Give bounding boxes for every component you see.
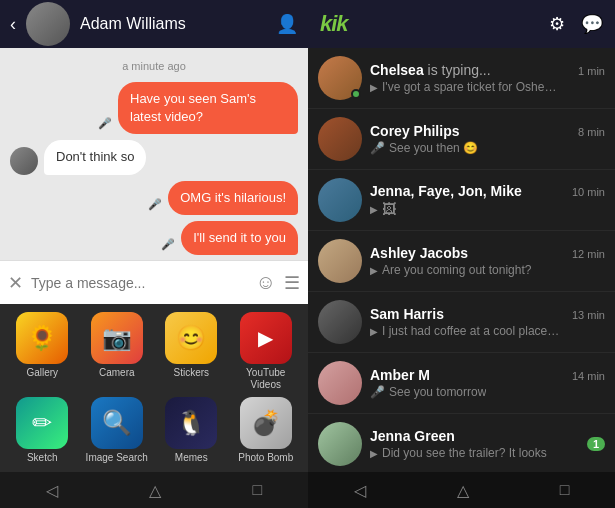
mic-icon: 🎤 <box>98 117 112 130</box>
message-bubble-outgoing: I'll send it to you <box>181 221 298 255</box>
header-icons: ⚙ 💬 <box>549 13 603 35</box>
conversation-chelsea[interactable]: Chelsea is typing... 1 min ▶ I've got a … <box>308 48 615 109</box>
conv-time: 1 min <box>578 65 605 77</box>
conv-name-row: Jenna, Faye, Jon, Mike 10 min <box>370 183 605 199</box>
chat-avatar <box>26 2 70 46</box>
jenna-green-avatar <box>318 422 362 466</box>
conv-time: 10 min <box>572 186 605 198</box>
conv-name: Jenna, Faye, Jon, Mike <box>370 183 522 199</box>
conv-name-row: Jenna Green <box>370 428 579 444</box>
home-nav-button[interactable]: △ <box>149 481 161 500</box>
app-memes-label: Memes <box>175 452 208 464</box>
avatar-image <box>318 361 362 405</box>
mic-icon: 🎤 <box>161 238 175 251</box>
conversation-corey[interactable]: Corey Philips 8 min 🎤 See you then 😊 <box>308 109 615 170</box>
conv-content: Chelsea is typing... 1 min ▶ I've got a … <box>370 62 605 94</box>
play-icon: ▶ <box>370 265 378 276</box>
conv-content: Jenna Green ▶ Did you see the trailer? I… <box>370 428 579 460</box>
conversation-sam[interactable]: Sam Harris 13 min ▶ I just had coffee at… <box>308 292 615 353</box>
conv-preview-text: See you then 😊 <box>389 141 478 155</box>
conversation-amber[interactable]: Amber M 14 min 🎤 See you tomorrow <box>308 353 615 414</box>
conv-content: Corey Philips 8 min 🎤 See you then 😊 <box>370 123 605 155</box>
app-memes[interactable]: 🐧 Memes <box>157 397 226 464</box>
amber-avatar <box>318 361 362 405</box>
app-photobomb-label: Photo Bomb <box>238 452 293 464</box>
app-photobomb[interactable]: 💣 Photo Bomb <box>232 397 301 464</box>
app-image-search[interactable]: 🔍 Image Search <box>83 397 152 464</box>
conv-time: 8 min <box>578 126 605 138</box>
image-preview-icon: 🖼 <box>382 201 396 217</box>
mic-icon: 🎤 <box>370 141 385 155</box>
conv-name-row: Amber M 14 min <box>370 367 605 383</box>
compose-icon[interactable]: 💬 <box>581 13 603 35</box>
avatar-image <box>318 300 362 344</box>
conv-content: Amber M 14 min 🎤 See you tomorrow <box>370 367 605 399</box>
conversation-jenna-green[interactable]: Jenna Green ▶ Did you see the trailer? I… <box>308 414 615 472</box>
sam-avatar <box>318 300 362 344</box>
conv-preview-text: I just had coffee at a cool place. You w… <box>382 324 562 338</box>
mic-icon: 🎤 <box>148 198 162 211</box>
kik-header: kik ⚙ 💬 <box>308 0 615 48</box>
kik-logo: kik <box>320 11 348 37</box>
message-row: 🎤 Have you seen Sam's latest video? <box>10 82 298 134</box>
image-search-icon: 🔍 <box>91 397 143 449</box>
app-stickers-label: Stickers <box>173 367 209 379</box>
conv-name-row: Sam Harris 13 min <box>370 306 605 322</box>
photobomb-icon: 💣 <box>240 397 292 449</box>
app-youtube[interactable]: ▶ YouTube Videos <box>232 312 301 391</box>
chat-messages-area: a minute ago 🎤 Have you seen Sam's lates… <box>0 48 308 260</box>
message-row: 🎤 I'll send it to you <box>10 221 298 255</box>
online-indicator <box>351 89 361 99</box>
left-panel: ‹ Adam Williams 👤 a minute ago 🎤 Have yo… <box>0 0 308 508</box>
conv-preview: 🎤 See you then 😊 <box>370 141 605 155</box>
profile-icon[interactable]: 👤 <box>276 13 298 35</box>
conv-preview-text: Did you see the trailer? It looks <box>382 446 547 460</box>
conv-content: Jenna, Faye, Jon, Mike 10 min ▶ 🖼 <box>370 183 605 217</box>
app-youtube-label: YouTube Videos <box>232 367 301 391</box>
ashley-avatar <box>318 239 362 283</box>
avatar-image <box>318 178 362 222</box>
conversation-group[interactable]: Jenna, Faye, Jon, Mike 10 min ▶ 🖼 <box>308 170 615 231</box>
conv-preview: 🎤 See you tomorrow <box>370 385 605 399</box>
app-gallery-label: Gallery <box>26 367 58 379</box>
app-camera-label: Camera <box>99 367 135 379</box>
attach-button[interactable]: ☰ <box>284 272 300 294</box>
back-nav-button[interactable]: ◁ <box>46 481 58 500</box>
recent-nav-button[interactable]: □ <box>560 481 570 499</box>
app-gallery[interactable]: 🌻 Gallery <box>8 312 77 391</box>
conv-time: 12 min <box>572 248 605 260</box>
right-nav-bar: ◁ △ □ <box>308 472 615 508</box>
avatar-image <box>318 117 362 161</box>
message-input[interactable] <box>31 275 248 291</box>
recent-nav-button[interactable]: □ <box>253 481 263 499</box>
app-sketch[interactable]: ✏ Sketch <box>8 397 77 464</box>
play-icon: ▶ <box>370 326 378 337</box>
settings-icon[interactable]: ⚙ <box>549 13 565 35</box>
sketch-icon: ✏ <box>16 397 68 449</box>
conv-content: Sam Harris 13 min ▶ I just had coffee at… <box>370 306 605 338</box>
sender-avatar <box>10 147 38 175</box>
emoji-button[interactable]: ☺ <box>256 271 276 294</box>
conv-name: Chelsea is typing... <box>370 62 491 78</box>
back-button[interactable]: ‹ <box>10 14 16 35</box>
app-stickers[interactable]: 😊 Stickers <box>157 312 226 391</box>
conv-preview-text: See you tomorrow <box>389 385 486 399</box>
conv-preview: ▶ Did you see the trailer? It looks <box>370 446 579 460</box>
unread-badge: 1 <box>587 437 605 451</box>
app-camera[interactable]: 📷 Camera <box>83 312 152 391</box>
conv-name: Corey Philips <box>370 123 459 139</box>
conversation-ashley[interactable]: Ashley Jacobs 12 min ▶ Are you coming ou… <box>308 231 615 292</box>
chat-timestamp: a minute ago <box>10 60 298 72</box>
home-nav-button[interactable]: △ <box>457 481 469 500</box>
conv-time: 13 min <box>572 309 605 321</box>
conv-name-row: Ashley Jacobs 12 min <box>370 245 605 261</box>
close-button[interactable]: ✕ <box>8 272 23 294</box>
apps-grid: 🌻 Gallery 📷 Camera 😊 Stickers ▶ YouTube … <box>0 304 308 472</box>
back-nav-button[interactable]: ◁ <box>354 481 366 500</box>
conv-preview: ▶ 🖼 <box>370 201 605 217</box>
message-bubble-outgoing: OMG it's hilarious! <box>168 181 298 215</box>
conv-name: Amber M <box>370 367 430 383</box>
message-row: Don't think so <box>10 140 298 174</box>
stickers-icon: 😊 <box>165 312 217 364</box>
mic-icon: 🎤 <box>370 385 385 399</box>
